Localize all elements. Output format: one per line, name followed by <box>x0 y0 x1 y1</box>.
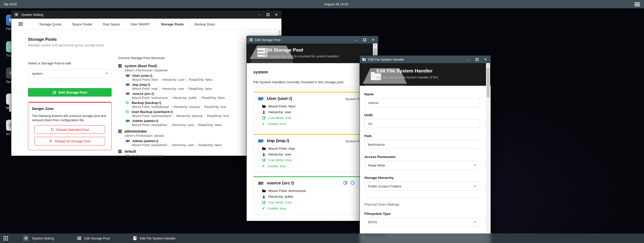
tab-storage-pools[interactable]: Storage Pools <box>155 19 189 30</box>
chevron-down-icon: ▼ <box>474 164 476 167</box>
tab-backup-disks[interactable]: Backup Disks <box>189 19 220 30</box>
refresh-icon: ↻ <box>126 101 129 105</box>
chevron-down-icon: ▼ <box>474 221 476 223</box>
folder-icon <box>362 58 366 61</box>
drive-icon <box>258 97 264 101</box>
physical-disks-section-label: Physical Disks Settings <box>364 202 480 206</box>
menu-icon[interactable] <box>18 22 23 26</box>
danger-zone: Danger Zone The following buttons will u… <box>28 102 112 150</box>
taskbar-item-edit-storage-pool[interactable]: Edit Storage Pool <box>77 236 110 240</box>
name-label: Name <box>364 92 480 96</box>
user-icon <box>262 110 266 114</box>
drive-icon <box>126 83 130 86</box>
edit-icon <box>262 116 266 120</box>
scroll-up-icon[interactable]: ▲ <box>486 64 490 66</box>
desktop: File Tra Syst t Mang IoT System Setting … <box>0 0 644 243</box>
close-button[interactable]: × <box>275 13 277 16</box>
tab-storage-quota[interactable]: Storage Quota <box>34 19 67 30</box>
check-icon: ✔ <box>262 164 265 168</box>
pool-select[interactable]: system ▼ <box>28 69 112 78</box>
close-button[interactable]: × <box>372 38 374 42</box>
edit-storage-pool-content: system File System Handlers currently mo… <box>253 63 371 221</box>
banner-subtitle: Edit storage pool and its mounted file s… <box>263 55 339 58</box>
edit-storage-pool-button[interactable]: Edit Storage Pool <box>28 88 112 97</box>
banner-title: Edit Storage Pool <box>263 47 303 53</box>
path-label: Path <box>364 134 480 138</box>
scroll-up-icon[interactable]: ▲ <box>373 44 377 46</box>
system-setting-content: Storage Pools Manage system and permissi… <box>11 30 281 156</box>
tab-disk-space[interactable]: Disk Space <box>98 19 125 30</box>
reload-selected-pool-button[interactable]: ↻ Reload Selected Pool <box>35 125 105 134</box>
danger-zone-title: Danger Zone <box>32 107 108 111</box>
edit-icon <box>262 200 266 204</box>
drive-icon <box>258 139 264 143</box>
window-edit-storage-pool: Edit Storage Pool – × Edit Storage Pool … <box>246 36 378 221</box>
taskbar-item-label: System Setting <box>32 236 54 240</box>
taskbar-item-edit-fsh[interactable]: Edit File System Handler <box>133 236 176 240</box>
drive-icon <box>126 92 130 95</box>
tab-disk-smart[interactable]: Disk SMART <box>125 19 155 30</box>
folder-icon <box>262 147 266 150</box>
edit-storage-pool-titlebar[interactable]: Edit Storage Pool – × <box>247 36 378 44</box>
launcher-grid-icon[interactable] <box>3 236 8 241</box>
window-title: System Setting <box>21 13 43 17</box>
divider <box>28 83 112 83</box>
scroll-up-icon[interactable]: ▲ <box>278 30 281 33</box>
edit-fsh-banner: Edit File System Handler Edit the select… <box>360 63 491 86</box>
close-button[interactable]: × <box>485 58 487 61</box>
storage-hierarchy-select[interactable]: Public Access Folders ▼ <box>364 182 480 191</box>
refresh-icon: ↻ <box>51 127 54 132</box>
maximize-button[interactable] <box>363 38 366 41</box>
top-menu-icon[interactable] <box>634 3 640 6</box>
page-title: Storage Pools <box>28 37 112 42</box>
top-system-bar: My ArOZ August 26 14:33 <box>0 0 644 8</box>
chevron-down-icon: ▼ <box>106 72 108 75</box>
uuid-field[interactable] <box>364 119 480 128</box>
maximize-button[interactable] <box>267 13 269 16</box>
pool-description: File System Handlers currently mounted i… <box>253 80 371 84</box>
edit-icon <box>53 91 56 94</box>
chevron-down-icon: ▼ <box>474 185 476 187</box>
window-system-setting: System Setting – × Storage Quota Space F… <box>11 10 282 156</box>
pool-name: system <box>253 70 371 75</box>
edit-fsh-titlebar[interactable]: Edit File System Handler – × <box>360 56 491 63</box>
divider <box>253 88 371 88</box>
maximize-button[interactable] <box>476 58 478 61</box>
tab-space-finder[interactable]: Space Finder <box>67 19 98 30</box>
system-setting-tabbar: Storage Quota Space Finder Disk Space Di… <box>11 19 281 30</box>
taskbar-item-label: Edit Storage Pool <box>84 236 110 240</box>
name-field[interactable] <box>364 98 480 107</box>
minimize-button[interactable]: – <box>468 58 470 61</box>
clock: August 26 14:33 <box>324 2 348 6</box>
filesystem-type-label: Filesystem Type <box>364 212 480 216</box>
check-icon: ✔ <box>262 206 265 210</box>
system-setting-titlebar[interactable]: System Setting – × <box>11 11 281 19</box>
edit-fsh-form: Name UUID Path Access Permission Read Wr… <box>364 86 480 243</box>
taskbar: System Setting Edit Storage Pool Edit Fi… <box>0 233 644 243</box>
reload-all-storage-pool-button[interactable]: ↻ Reload All Storage Pool <box>35 137 105 145</box>
refresh-icon: ↻ <box>49 139 52 144</box>
taskbar-item-label: Edit File System Handler <box>140 236 176 240</box>
file-icon <box>133 236 137 240</box>
refresh-icon: ↻ <box>126 110 129 114</box>
path-field[interactable] <box>364 140 480 149</box>
server-icon <box>118 130 122 133</box>
fsh-card-user: User (user:/) System Reserved -Mount Poi… <box>253 92 371 130</box>
banner-subtitle: Edit the selected File System Handler (F… <box>376 76 438 79</box>
unmount-icon[interactable] <box>350 181 355 185</box>
fsh-card-source: source (src:/) -Mount Point: test/source… <box>253 176 371 215</box>
edit-icon[interactable] <box>343 181 348 185</box>
window-edit-fsh: Edit File System Handler – × Edit File S… <box>360 55 491 243</box>
check-icon: ✔ <box>262 122 265 126</box>
access-permission-select[interactable]: Read Write ▼ <box>364 161 480 170</box>
minimize-button[interactable]: – <box>259 13 261 16</box>
folder-icon <box>262 189 266 192</box>
filesystem-type-select[interactable]: NTFS ▼ <box>364 218 480 227</box>
fsh-card-tmp: tmp (tmp:/) System Reserved -Mount Point… <box>253 134 371 172</box>
scrollbar[interactable]: ▲ <box>486 63 490 242</box>
edit-icon <box>262 158 266 162</box>
minimize-button[interactable]: – <box>355 38 357 42</box>
drive-icon <box>126 119 130 122</box>
drive-icon <box>126 140 130 142</box>
taskbar-item-system-setting[interactable]: System Setting <box>23 235 54 241</box>
